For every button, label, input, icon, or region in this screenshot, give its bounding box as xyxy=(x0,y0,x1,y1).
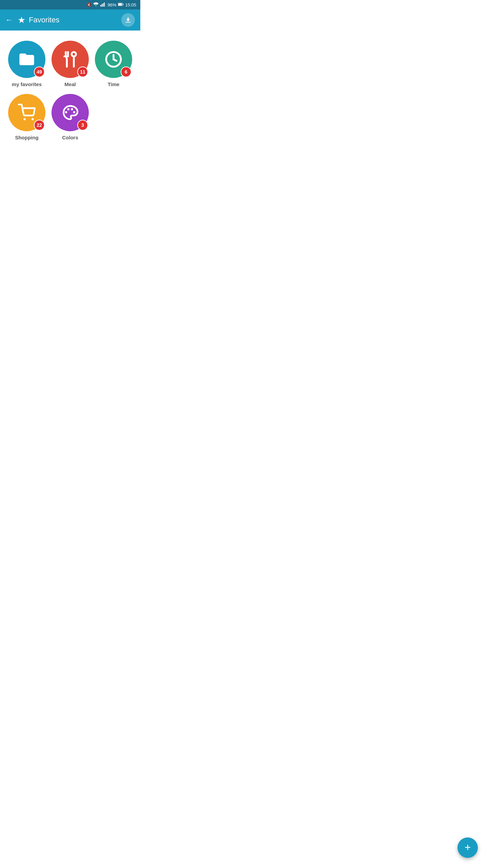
svg-point-18 xyxy=(65,111,67,114)
badge-my-favorites: 49 xyxy=(34,66,45,77)
wifi-icon xyxy=(93,2,99,8)
clock-icon xyxy=(105,51,122,68)
fork-spoon-icon xyxy=(61,51,79,68)
svg-point-17 xyxy=(32,118,34,120)
label-meal: Meal xyxy=(64,81,76,87)
circle-wrapper-shopping: 22 xyxy=(8,94,45,131)
cart-icon xyxy=(18,104,36,121)
svg-line-15 xyxy=(114,59,117,61)
app-bar-title: ★ Favorites xyxy=(18,15,59,25)
svg-point-16 xyxy=(23,118,26,120)
main-content: 49 my favorites xyxy=(0,31,140,159)
signal-icon xyxy=(100,2,106,8)
app-bar: ← ★ Favorites xyxy=(0,9,140,31)
circle-wrapper-time: 6 xyxy=(95,41,132,78)
download-icon xyxy=(124,16,132,24)
badge-meal: 11 xyxy=(77,66,88,77)
badge-time: 6 xyxy=(121,66,131,77)
category-item-colors[interactable]: 3 Colors xyxy=(50,94,90,140)
mute-icon: 🔇 xyxy=(86,2,92,7)
svg-point-21 xyxy=(73,111,76,114)
download-button[interactable] xyxy=(121,13,135,27)
category-item-shopping[interactable]: 22 Shopping xyxy=(7,94,47,140)
label-shopping: Shopping xyxy=(15,135,38,140)
category-item-my-favorites[interactable]: 49 my favorites xyxy=(7,41,47,87)
battery-icon xyxy=(118,2,123,8)
title-text: Favorites xyxy=(29,16,59,24)
folder-star-icon xyxy=(18,51,36,68)
app-bar-left: ← ★ Favorites xyxy=(5,15,59,25)
label-colors: Colors xyxy=(62,135,78,140)
label-my-favorites: my favorites xyxy=(12,81,42,87)
svg-rect-6 xyxy=(118,3,122,5)
status-icons: 🔇 96% 15:05 xyxy=(86,2,136,8)
svg-rect-3 xyxy=(104,2,105,6)
svg-point-20 xyxy=(71,108,73,111)
circle-wrapper-meal: 11 xyxy=(52,41,89,78)
label-time: Time xyxy=(108,81,120,87)
circle-wrapper-colors: 3 xyxy=(52,94,89,131)
category-grid: 49 my favorites xyxy=(7,41,134,140)
svg-rect-2 xyxy=(103,3,104,6)
svg-rect-1 xyxy=(102,4,102,6)
badge-colors: 3 xyxy=(77,120,88,131)
circle-wrapper-my-favorites: 49 xyxy=(8,41,45,78)
category-item-meal[interactable]: 11 Meal xyxy=(50,41,90,87)
badge-shopping: 22 xyxy=(34,120,45,131)
status-bar: 🔇 96% 15:05 xyxy=(0,0,140,9)
star-icon: ★ xyxy=(18,15,25,25)
category-item-time[interactable]: 6 Time xyxy=(94,41,134,87)
svg-rect-5 xyxy=(123,4,124,5)
battery-text: 96% xyxy=(107,2,116,7)
back-button[interactable]: ← xyxy=(5,16,13,24)
svg-rect-0 xyxy=(100,5,101,6)
palette-icon xyxy=(61,104,79,121)
time-text: 15:05 xyxy=(125,2,136,7)
svg-point-19 xyxy=(67,108,69,111)
